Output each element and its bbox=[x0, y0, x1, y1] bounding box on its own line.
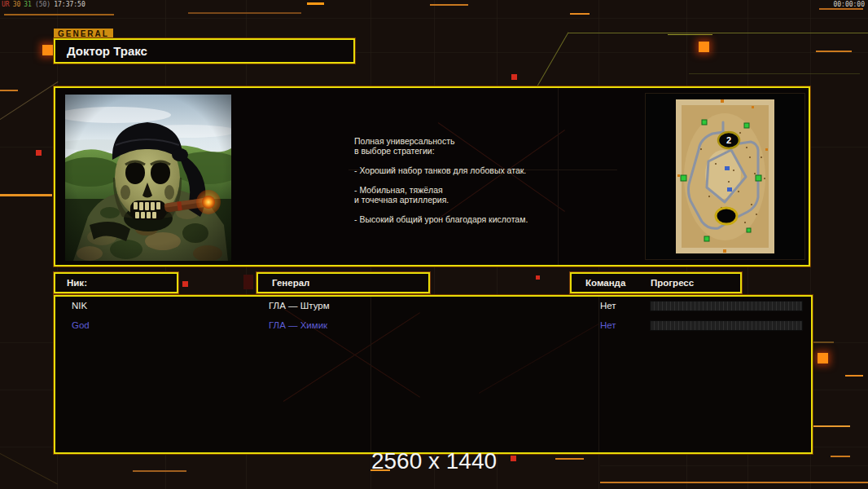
match-timer: 00:00:00 bbox=[833, 1, 865, 8]
column-header-nick: Ник: bbox=[54, 272, 178, 293]
general-portrait bbox=[65, 95, 231, 261]
minimap-panel: 2 bbox=[646, 94, 804, 259]
debug-clock: 17:37:50 bbox=[54, 1, 85, 8]
player-team: Нет bbox=[600, 301, 616, 311]
player-team: Нет bbox=[600, 320, 616, 330]
column-header-general-label: Генерал bbox=[258, 278, 309, 288]
general-description: Полная универсальность в выборе стратеги… bbox=[354, 136, 598, 224]
player-row: NIK ГЛА — Штурм Нет bbox=[55, 298, 811, 316]
decor-diagonal bbox=[537, 32, 569, 86]
player-general: ГЛА — Химик bbox=[269, 320, 327, 330]
decor-orange-line bbox=[4, 14, 114, 15]
general-name-title: Доктор Тракс bbox=[54, 38, 355, 64]
decor-red-square bbox=[511, 74, 517, 80]
network-debug-readout: UR3031(50)17:37:50 bbox=[2, 1, 89, 8]
decor-grid-line bbox=[0, 18, 868, 19]
player-nick: God bbox=[72, 320, 90, 330]
decor-orange-line bbox=[570, 13, 590, 15]
player-load-progress-bar bbox=[650, 301, 803, 311]
decor-dark-red-rect bbox=[243, 275, 253, 289]
briefing-panel: Полная универсальность в выборе стратеги… bbox=[54, 86, 810, 267]
decor-orange-line bbox=[0, 194, 52, 196]
decor-glow-square bbox=[699, 42, 709, 52]
decor-orange-line bbox=[813, 425, 850, 427]
decor-diagonal bbox=[568, 33, 868, 33]
loading-screen: UR3031(50)17:37:50 00:00:00 GENERAL Докт… bbox=[0, 0, 868, 489]
decor-orange-line bbox=[845, 375, 863, 377]
decor-red-square bbox=[36, 150, 42, 156]
player-row: God ГЛА — Химик Нет bbox=[55, 318, 811, 336]
general-portrait-image bbox=[65, 95, 231, 261]
decor-orange-line bbox=[0, 90, 18, 91]
debug-seg: 31 bbox=[24, 1, 32, 8]
column-header-general: Генерал bbox=[256, 272, 430, 293]
player-general: ГЛА — Штурм bbox=[269, 301, 330, 311]
decor-orange-line bbox=[600, 482, 868, 483]
minimap-image: 2 bbox=[646, 94, 804, 259]
debug-seg: (50) bbox=[35, 1, 50, 8]
decor-orange-line bbox=[188, 12, 301, 14]
start-marker-label: 2 bbox=[726, 135, 731, 145]
decor-orange-line bbox=[430, 4, 468, 6]
decor-orange-line bbox=[819, 8, 863, 10]
player-load-progress-bar bbox=[650, 320, 803, 331]
decor-diagonal bbox=[689, 73, 860, 74]
decor-red-square bbox=[536, 275, 540, 280]
resolution-watermark: 2560 x 1440 bbox=[0, 448, 868, 474]
decor-glow-square bbox=[42, 45, 53, 55]
decor-red-square bbox=[182, 281, 188, 287]
column-header-team-progress: Команда Прогресс bbox=[570, 272, 742, 293]
decor-glow-square bbox=[818, 353, 828, 363]
decor-yellow-line bbox=[668, 34, 712, 35]
column-header-team-label: Команда bbox=[585, 274, 625, 292]
decor-diagonal bbox=[0, 82, 59, 120]
column-header-nick-label: Ник: bbox=[55, 278, 87, 288]
players-panel: NIK ГЛА — Штурм Нет God ГЛА — Химик Нет bbox=[54, 295, 813, 454]
decor-orange-line bbox=[307, 2, 324, 5]
debug-seg: 30 bbox=[13, 1, 21, 8]
decor-orange-line bbox=[816, 51, 852, 52]
debug-seg: UR bbox=[2, 1, 10, 8]
start-position-marker-selected bbox=[716, 208, 737, 224]
column-header-progress-label: Прогресс bbox=[651, 274, 694, 292]
player-nick: NIK bbox=[72, 301, 87, 311]
